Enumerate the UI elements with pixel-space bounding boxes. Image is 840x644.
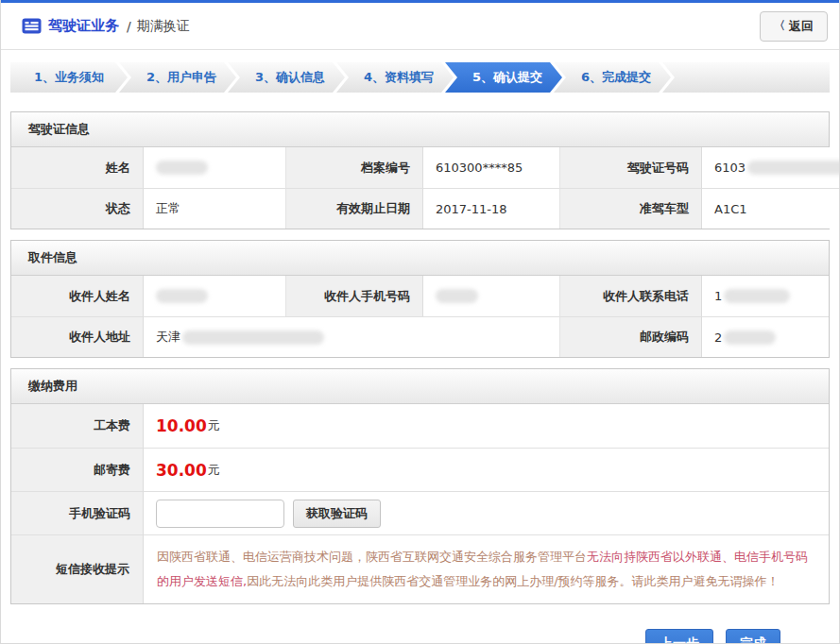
- captcha-row: 获取验证码: [144, 491, 829, 534]
- status-label: 状态: [11, 188, 144, 229]
- sms-notice-label: 短信接收提示: [11, 534, 144, 603]
- redacted-postcode: [724, 330, 776, 345]
- captcha-label: 手机验证码: [11, 491, 144, 534]
- breadcrumb-current: 期满换证: [137, 18, 190, 35]
- production-fee-label: 工本费: [11, 404, 144, 448]
- step-progress-bar: 1、业务须知 2、用户申告 3、确认信息 4、资料填写 5、确认提交 6、完成提…: [10, 62, 830, 93]
- redacted-address: [182, 330, 324, 345]
- page-title: 驾驶证业务: [48, 17, 119, 35]
- expiry-value: 2017-11-18: [423, 188, 560, 229]
- license-section-title: 驾驶证信息: [11, 112, 829, 147]
- step-bar-filler: [662, 62, 830, 93]
- recipient-mobile-label: 收件人手机号码: [286, 276, 423, 316]
- file-no-value: 610300****85: [423, 147, 560, 188]
- finish-button[interactable]: 完成: [726, 629, 780, 644]
- captcha-input[interactable]: [156, 500, 284, 528]
- redacted-recipient-phone: [724, 289, 790, 303]
- sms-notice-value: 因陕西省联通、电信运营商技术问题，陕西省互联网交通安全综合服务管理平台无法向持陕…: [144, 534, 829, 603]
- step-6-complete-submit[interactable]: 6、完成提交: [554, 62, 671, 93]
- name-label: 姓名: [11, 147, 144, 188]
- status-value: 正常: [144, 188, 286, 229]
- recipient-name-label: 收件人姓名: [11, 276, 144, 316]
- license-no-label: 驾驶证号码: [560, 147, 702, 188]
- recipient-phone-label: 收件人联系电话: [560, 276, 702, 316]
- pickup-info-section: 取件信息 收件人姓名 收件人手机号码 收件人联系电话 1 收件人地址 天津 邮政…: [10, 240, 830, 358]
- fees-section: 缴纳费用 工本费 10.00元 邮寄费 30.00元 手机验证码 获取验证码 短…: [10, 368, 830, 604]
- file-no-label: 档案编号: [286, 147, 423, 188]
- back-button[interactable]: 〈 返回: [760, 11, 828, 42]
- step-4-fill-data[interactable]: 4、资料填写: [336, 62, 454, 93]
- expiry-label: 有效期止日期: [286, 188, 423, 229]
- redacted-recipient-name: [156, 289, 208, 303]
- get-captcha-button[interactable]: 获取验证码: [293, 500, 381, 528]
- step-1-business-notice[interactable]: 1、业务须知: [10, 62, 128, 93]
- sms-notice-text-3: 因此无法向此类用户提供陕西省交通管理业务的网上办理/预约等服务。请此类用户避免无…: [247, 574, 779, 588]
- address-value: 天津: [144, 316, 560, 357]
- footer-actions: 上一步 完成: [1, 629, 780, 644]
- step-3-confirm-info[interactable]: 3、确认信息: [228, 62, 345, 93]
- chevron-left-icon: 〈: [774, 18, 785, 34]
- fees-section-title: 缴纳费用: [11, 369, 829, 404]
- license-list-icon: [22, 18, 42, 34]
- recipient-mobile-value: [423, 276, 560, 316]
- step-2-user-declaration[interactable]: 2、用户申告: [119, 62, 236, 93]
- postcode-value: 2: [702, 316, 829, 357]
- license-no-value: 6103〈: [702, 147, 840, 188]
- previous-step-button[interactable]: 上一步: [645, 629, 713, 644]
- step-5-confirm-submit[interactable]: 5、确认提交: [445, 62, 562, 93]
- mailing-fee-label: 邮寄费: [11, 448, 144, 491]
- redacted-name: [156, 161, 208, 175]
- breadcrumb-separator: /: [127, 19, 131, 34]
- vehicle-type-label: 准驾车型: [560, 188, 702, 229]
- recipient-phone-value: 1: [702, 276, 829, 316]
- vehicle-type-value: A1C1: [702, 188, 840, 229]
- production-fee-value: 10.00元: [144, 404, 829, 448]
- recipient-name-value: [144, 276, 286, 316]
- page-header: 驾驶证业务 / 期满换证 〈 返回: [1, 3, 839, 50]
- name-value: [144, 147, 286, 188]
- mailing-fee-value: 30.00元: [144, 448, 829, 491]
- redacted-recipient-mobile: [436, 289, 478, 303]
- pickup-section-title: 取件信息: [11, 241, 829, 276]
- postcode-label: 邮政编码: [560, 316, 702, 357]
- sms-notice-text-1: 因陕西省联通、电信运营商技术问题，陕西省互联网交通安全综合服务管理平台: [157, 550, 587, 564]
- address-label: 收件人地址: [11, 316, 144, 357]
- back-button-label: 返回: [789, 18, 814, 35]
- redacted-license-no: [747, 161, 840, 175]
- license-info-section: 驾驶证信息 姓名 档案编号 610300****85 驾驶证号码 6103〈 状…: [10, 111, 830, 229]
